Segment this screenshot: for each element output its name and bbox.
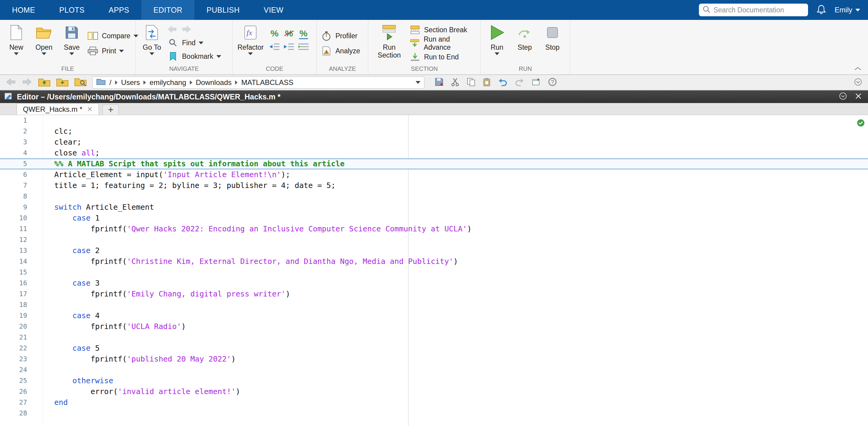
breadcrumb-item[interactable]: Users <box>121 78 140 87</box>
toolstrip-tab-apps[interactable]: APPS <box>97 0 141 20</box>
bookmark-button[interactable]: Bookmark <box>167 51 221 62</box>
wrap-comments-icon[interactable]: % <box>300 29 308 38</box>
run-and-advance-button[interactable]: Run and Advance <box>409 38 477 49</box>
decrease-indent-icon[interactable] <box>269 43 280 52</box>
refactor-button[interactable]: fx Refactor <box>236 22 265 55</box>
close-tab-icon[interactable] <box>87 105 93 113</box>
new-button[interactable]: New <box>4 22 29 55</box>
panel-menu-icon[interactable] <box>838 92 847 102</box>
code-line-26[interactable]: 26 error('invalid article element!') <box>0 386 868 397</box>
code-line-2[interactable]: 2clc; <box>0 126 868 137</box>
code-line-21[interactable]: 21 <box>0 332 868 343</box>
smart-indent-icon[interactable] <box>298 43 309 52</box>
redo-icon[interactable] <box>515 78 524 87</box>
code-line-7[interactable]: 7title = 1; featuring = 2; byline = 3; p… <box>0 180 868 191</box>
paste-icon[interactable] <box>483 77 491 88</box>
forward-icon[interactable] <box>22 78 33 87</box>
copy-icon[interactable] <box>467 77 475 88</box>
help-icon[interactable]: ? <box>548 77 557 88</box>
analyzer-status-icon[interactable] <box>857 119 865 128</box>
code-line-17[interactable]: 17 fprintf('Emily Chang, digital press w… <box>0 289 868 299</box>
save-button[interactable]: Save <box>59 22 84 55</box>
code-line-12[interactable]: 12 <box>0 234 868 245</box>
line-number: 12 <box>0 234 42 245</box>
up-one-level-icon[interactable] <box>38 77 51 88</box>
code-editor[interactable]: 12clc;3clear;4close all;5%% A MATLAB Scr… <box>0 115 868 426</box>
uncomment-icon[interactable]: % <box>285 29 293 38</box>
code-line-24[interactable]: 24 <box>0 364 868 375</box>
toolbar-options-icon[interactable] <box>854 77 863 88</box>
code-line-19[interactable]: 19 case 4 <box>0 310 868 321</box>
compare-icon <box>87 31 99 40</box>
goto-button[interactable]: Go To <box>139 22 164 55</box>
stop-button[interactable]: Stop <box>540 22 565 51</box>
line-number: 24 <box>0 364 42 375</box>
run-to-end-button[interactable]: Run to End <box>409 51 477 63</box>
navigate-back-icon[interactable] <box>167 25 177 34</box>
code-line-9[interactable]: 9switch Article_Element <box>0 202 868 213</box>
open-button[interactable]: Open <box>31 22 57 55</box>
code-line-25[interactable]: 25 otherwise <box>0 375 868 386</box>
code-line-16[interactable]: 16 case 3 <box>0 278 868 289</box>
print-button[interactable]: Print <box>87 45 138 57</box>
code-line-28[interactable]: 28 <box>0 408 868 419</box>
collapse-toolstrip-icon[interactable] <box>854 66 862 72</box>
toolstrip-tab-home[interactable]: HOME <box>0 0 47 20</box>
new-folder-icon[interactable] <box>56 77 69 88</box>
close-panel-icon[interactable] <box>855 93 862 101</box>
code-line-1[interactable]: 1 <box>0 115 868 126</box>
navigate-forward-icon[interactable] <box>181 25 192 34</box>
toolstrip-tab-view[interactable]: VIEW <box>252 0 296 20</box>
breadcrumb-item[interactable]: Downloads <box>196 78 232 87</box>
new-window-icon[interactable] <box>532 78 541 87</box>
documentation-search[interactable] <box>699 4 808 16</box>
run-section-button[interactable]: Run Section <box>372 22 407 59</box>
bell-icon[interactable] <box>816 4 826 16</box>
code-line-18[interactable]: 18 <box>0 299 868 310</box>
breadcrumb-dropdown-icon[interactable] <box>415 81 421 84</box>
code-line-11[interactable]: 11 fprintf('Qwer Hacks 2022: Encoding an… <box>0 224 868 234</box>
code-line-5[interactable]: 5%% A MATLAB Script that spits out infor… <box>0 159 868 169</box>
code-text: Article_Element = input('Input Article E… <box>42 169 868 180</box>
increase-indent-icon[interactable] <box>283 43 295 52</box>
code-line-8[interactable]: 8 <box>0 191 868 202</box>
step-button[interactable]: Step <box>512 22 537 51</box>
profiler-button[interactable]: Profiler <box>320 30 360 41</box>
analyze-button[interactable]: Analyze <box>320 45 360 57</box>
breadcrumb-item[interactable]: MATLABCLASS <box>241 78 293 87</box>
toolstrip-tab-plots[interactable]: PLOTS <box>47 0 97 20</box>
undo-icon[interactable] <box>498 78 507 87</box>
user-menu[interactable]: Emily <box>835 6 860 14</box>
document-tab-active[interactable]: QWER_Hacks.m * <box>17 103 99 115</box>
toolstrip-tab-publish[interactable]: PUBLISH <box>194 0 252 20</box>
cut-icon[interactable] <box>451 77 459 88</box>
find-button[interactable]: Find <box>167 37 221 48</box>
breadcrumb-item[interactable]: / <box>110 78 112 87</box>
code-line-13[interactable]: 13 case 2 <box>0 245 868 256</box>
code-line-27[interactable]: 27end <box>0 397 868 408</box>
code-text: clc; <box>42 126 868 137</box>
code-line-20[interactable]: 20 fprintf('UCLA Radio') <box>0 321 868 332</box>
code-line-10[interactable]: 10 case 1 <box>0 213 868 224</box>
breadcrumb-item[interactable]: emilychang <box>150 78 186 87</box>
code-line-14[interactable]: 14 fprintf('Christine Kim, External Dire… <box>0 256 868 267</box>
code-line-15[interactable]: 15 <box>0 267 868 278</box>
run-button[interactable]: Run <box>484 22 510 55</box>
breadcrumb[interactable]: /UsersemilychangDownloadsMATLABCLASS <box>92 76 424 89</box>
bookmark-icon <box>167 52 179 61</box>
browse-folder-icon[interactable] <box>74 77 87 88</box>
compare-button[interactable]: Compare <box>87 30 138 41</box>
toolstrip-tab-editor[interactable]: EDITOR <box>141 0 194 20</box>
new-tab-button[interactable]: + <box>102 104 119 115</box>
code-line-22[interactable]: 22 case 5 <box>0 343 868 354</box>
code-line-3[interactable]: 3clear; <box>0 137 868 148</box>
code-line-4[interactable]: 4close all; <box>0 148 868 159</box>
section-break-button[interactable]: Section Break <box>409 24 477 36</box>
code-line-6[interactable]: 6Article_Element = input('Input Article … <box>0 169 868 180</box>
back-icon[interactable] <box>5 78 16 87</box>
search-input[interactable] <box>713 6 804 14</box>
code-line-23[interactable]: 23 fprintf('published 20 May 2022') <box>0 354 868 364</box>
save-file-icon[interactable] <box>435 77 444 88</box>
code-text: fprintf('Qwer Hacks 2022: Encoding an In… <box>42 224 868 234</box>
comment-icon[interactable]: % <box>271 29 279 38</box>
